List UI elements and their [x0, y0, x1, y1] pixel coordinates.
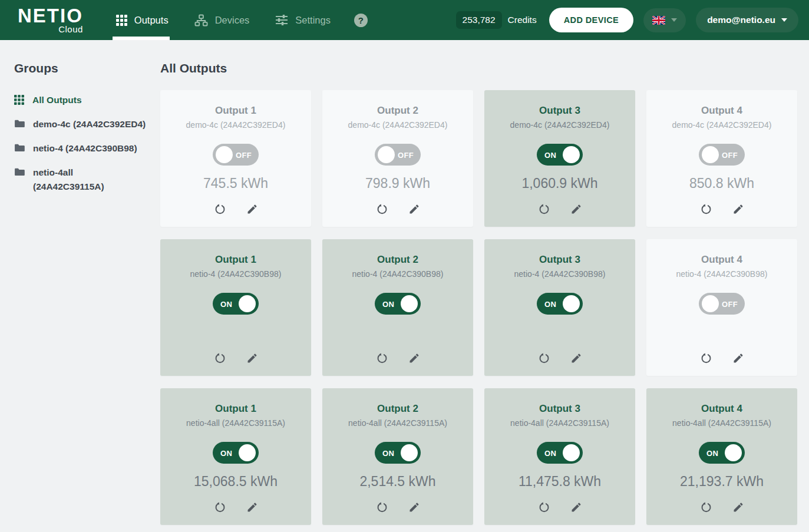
restart-button[interactable]	[538, 501, 550, 516]
edit-icon	[732, 352, 744, 366]
tab-outputs[interactable]: Outputs	[116, 0, 169, 40]
restart-button[interactable]	[214, 501, 226, 516]
edit-button[interactable]	[408, 203, 420, 217]
toggle-state-label: OFF	[236, 150, 252, 159]
edit-icon	[408, 203, 420, 217]
sidebar-item-demo-4c[interactable]: demo-4c (24A42C392ED4)	[14, 117, 148, 131]
output-toggle[interactable]: ON	[699, 442, 745, 464]
language-selector[interactable]	[643, 8, 686, 32]
sidebar-item-netio-4all[interactable]: netio-4all (24A42C39115A)	[14, 166, 148, 194]
edit-icon	[246, 501, 258, 515]
help-button[interactable]: ?	[354, 14, 368, 27]
restart-button[interactable]	[700, 203, 712, 217]
output-toggle[interactable]: OFF	[213, 144, 259, 166]
output-card: Output 2 netio-4 (24A42C390B98) ON	[322, 239, 473, 376]
output-toggle[interactable]: ON	[375, 442, 421, 464]
output-card: Output 4 demo-4c (24A42C392ED4) OFF 850.…	[646, 90, 797, 227]
edit-button[interactable]	[246, 352, 258, 366]
output-toggle[interactable]: ON	[537, 144, 583, 166]
output-toggle[interactable]: OFF	[375, 144, 421, 166]
edit-button[interactable]	[570, 203, 582, 217]
output-device: demo-4c (24A42C392ED4)	[186, 120, 286, 130]
output-title: Output 3	[539, 403, 580, 415]
energy-value: 850.8 kWh	[689, 174, 754, 192]
credits-display: 253,782 Credits	[456, 11, 537, 29]
toggle-state-label: ON	[382, 299, 394, 308]
edit-button[interactable]	[408, 352, 420, 366]
restart-icon	[538, 352, 550, 366]
output-toggle[interactable]: OFF	[699, 293, 745, 315]
page-title: All Outputs	[160, 61, 797, 75]
output-card: Output 1 demo-4c (24A42C392ED4) OFF 745.…	[160, 90, 311, 227]
output-title: Output 1	[215, 403, 256, 415]
toggle-state-label: ON	[544, 150, 556, 159]
edit-icon	[732, 203, 744, 217]
toggle-knob	[401, 444, 418, 461]
restart-button[interactable]	[376, 501, 388, 516]
restart-button[interactable]	[376, 203, 388, 217]
restart-icon	[700, 352, 712, 366]
toggle-state-label: ON	[544, 299, 556, 308]
restart-icon	[376, 352, 388, 366]
edit-icon	[246, 352, 258, 366]
top-navbar: NETIO Cloud Outputs Devices Settings ? 2…	[0, 0, 809, 40]
card-actions	[214, 352, 258, 366]
account-menu[interactable]: demo@netio.eu	[696, 8, 798, 32]
folder-icon	[14, 119, 25, 128]
edit-button[interactable]	[732, 203, 744, 217]
restart-button[interactable]	[214, 352, 226, 366]
devices-icon	[194, 14, 208, 27]
tab-devices[interactable]: Devices	[194, 0, 250, 40]
edit-button[interactable]	[570, 501, 582, 515]
output-device: demo-4c (24A42C392ED4)	[510, 120, 610, 130]
restart-button[interactable]	[700, 352, 712, 366]
output-device: netio-4 (24A42C390B98)	[676, 269, 768, 279]
card-actions	[376, 501, 420, 516]
output-device: netio-4all (24A42C39115A)	[348, 418, 447, 428]
restart-icon	[538, 501, 550, 516]
restart-button[interactable]	[700, 501, 712, 516]
account-email: demo@netio.eu	[707, 15, 775, 25]
edit-button[interactable]	[246, 203, 258, 217]
restart-button[interactable]	[214, 203, 226, 217]
edit-icon	[408, 352, 420, 366]
add-device-button[interactable]: ADD DEVICE	[549, 8, 633, 32]
edit-button[interactable]	[246, 501, 258, 515]
restart-button[interactable]	[538, 203, 550, 217]
restart-button[interactable]	[538, 352, 550, 366]
tab-settings[interactable]: Settings	[275, 0, 331, 40]
settings-icon	[275, 14, 288, 26]
edit-button[interactable]	[732, 352, 744, 366]
output-toggle[interactable]: ON	[375, 293, 421, 315]
folder-icon	[14, 143, 25, 152]
output-toggle[interactable]: ON	[537, 293, 583, 315]
toggle-knob	[378, 146, 395, 163]
output-device: netio-4 (24A42C390B98)	[352, 269, 444, 279]
toggle-knob	[239, 444, 256, 461]
restart-button[interactable]	[376, 352, 388, 366]
tab-label: Settings	[295, 15, 331, 26]
card-actions	[376, 352, 420, 366]
output-toggle[interactable]: ON	[537, 442, 583, 464]
toggle-knob	[563, 146, 580, 163]
output-device: netio-4 (24A42C390B98)	[190, 269, 282, 279]
sidebar-item-all-outputs[interactable]: All Outputs	[14, 93, 148, 107]
outputs-page: All Outputs Output 1 demo-4c (24A42C392E…	[160, 40, 809, 525]
restart-icon	[214, 501, 226, 516]
edit-button[interactable]	[408, 501, 420, 515]
edit-button[interactable]	[570, 352, 582, 366]
sidebar-item-netio-4[interactable]: netio-4 (24A42C390B98)	[14, 141, 148, 156]
edit-button[interactable]	[732, 501, 744, 515]
toggle-knob	[563, 444, 580, 461]
restart-icon	[538, 203, 550, 217]
sidebar-item-label: demo-4c (24A42C392ED4)	[33, 117, 146, 131]
sidebar-title: Groups	[14, 61, 148, 75]
output-toggle[interactable]: ON	[213, 442, 259, 464]
output-card: Output 4 netio-4 (24A42C390B98) OFF	[646, 239, 797, 376]
output-toggle[interactable]: ON	[213, 293, 259, 315]
output-device: netio-4all (24A42C39115A)	[510, 418, 609, 428]
output-title: Output 4	[701, 403, 742, 415]
output-toggle[interactable]: OFF	[699, 144, 745, 166]
toggle-state-label: ON	[544, 448, 556, 457]
output-device: netio-4all (24A42C39115A)	[186, 418, 285, 428]
